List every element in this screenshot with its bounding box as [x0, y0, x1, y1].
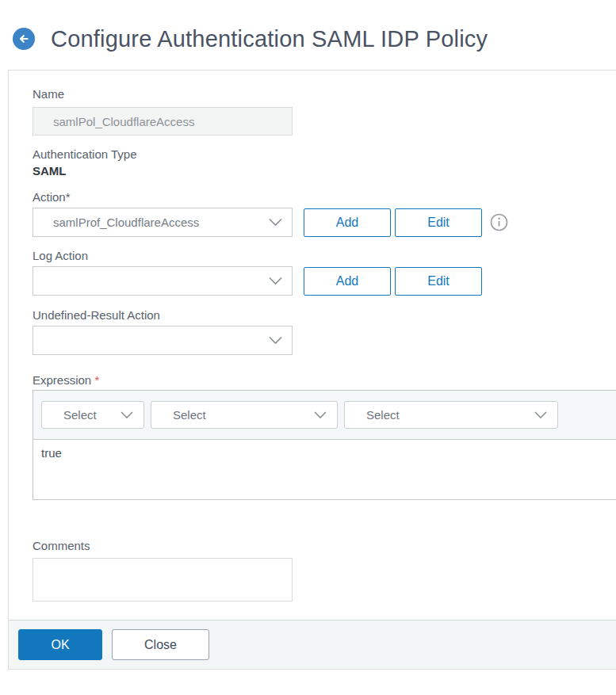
chevron-down-icon	[269, 218, 282, 226]
action-select-value: samlProf_CloudflareAccess	[33, 216, 199, 229]
ok-button[interactable]: OK	[18, 629, 102, 660]
expression-select-2-value: Select	[151, 408, 206, 422]
chevron-down-icon	[121, 411, 133, 418]
expression-select-1[interactable]: Select	[41, 401, 144, 429]
auth-type-value: SAML	[33, 164, 616, 178]
form-panel: Name Authentication Type SAML Action* sa…	[8, 70, 616, 670]
back-button[interactable]	[13, 28, 35, 50]
auth-type-label: Authentication Type	[33, 147, 616, 161]
required-asterisk: *	[94, 373, 99, 387]
info-icon[interactable]	[490, 213, 508, 231]
name-input	[33, 107, 293, 136]
expression-label: Expression *	[33, 373, 616, 387]
form-body: Name Authentication Type SAML Action* sa…	[9, 71, 616, 620]
name-label: Name	[33, 87, 616, 101]
chevron-down-icon	[269, 277, 282, 284]
expression-select-1-value: Select	[42, 408, 97, 422]
log-action-add-button[interactable]: Add	[304, 267, 391, 296]
undefined-result-action-select[interactable]	[33, 326, 293, 355]
expression-textarea[interactable]: true	[33, 440, 616, 499]
comments-textarea[interactable]	[33, 558, 293, 601]
expression-builder: Select Select Select	[33, 390, 616, 500]
expression-select-3[interactable]: Select	[344, 401, 558, 429]
form-footer: OK Close	[9, 620, 616, 669]
comments-label: Comments	[33, 539, 616, 552]
page-header: Configure Authentication SAML IDP Policy	[0, 0, 616, 70]
arrow-left-icon	[17, 32, 30, 45]
action-label: Action*	[33, 190, 616, 204]
log-action-label: Log Action	[33, 249, 616, 262]
log-action-select[interactable]	[33, 266, 293, 296]
expression-select-3-value: Select	[345, 408, 400, 422]
expression-toolbar: Select Select Select	[33, 391, 616, 440]
chevron-down-icon	[534, 411, 547, 418]
page-title: Configure Authentication SAML IDP Policy	[51, 26, 488, 52]
action-edit-button[interactable]: Edit	[395, 208, 482, 237]
log-action-edit-button[interactable]: Edit	[395, 267, 482, 296]
action-add-button[interactable]: Add	[304, 208, 391, 237]
expression-select-2[interactable]: Select	[151, 401, 338, 429]
chevron-down-icon	[314, 411, 327, 418]
undefined-result-action-label: Undefined-Result Action	[33, 308, 616, 322]
chevron-down-icon	[269, 336, 282, 344]
action-select[interactable]: samlProf_CloudflareAccess	[33, 208, 293, 237]
close-button[interactable]: Close	[112, 629, 209, 660]
